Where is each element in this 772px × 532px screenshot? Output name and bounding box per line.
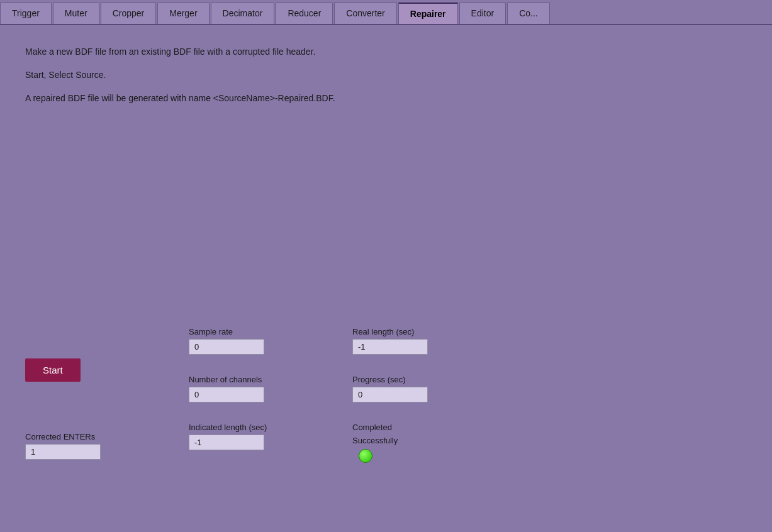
tab-reducer[interactable]: Reducer (276, 3, 333, 24)
tab-repairer[interactable]: Repairer (398, 3, 458, 24)
num-channels-input[interactable] (189, 387, 264, 402)
tab-editor[interactable]: Editor (459, 3, 506, 24)
tab-muter[interactable]: Muter (53, 3, 99, 24)
tab-merger[interactable]: Merger (157, 3, 209, 24)
description-line2: Start, Select Source. (25, 67, 747, 83)
start-button[interactable]: Start (25, 358, 81, 382)
tab-cropper[interactable]: Cropper (101, 3, 157, 24)
description-area: Make a new BDF file from an existing BDF… (25, 44, 747, 107)
tab-trigger[interactable]: Trigger (0, 3, 52, 24)
completed-group: Completed Successfully (352, 423, 491, 463)
tab-bar: Trigger Muter Cropper Merger Decimator R… (0, 0, 772, 25)
completed-line1: Completed (352, 423, 491, 432)
tab-co[interactable]: Co... (507, 3, 550, 24)
completed-line2: Successfully (352, 436, 491, 445)
real-length-group: Real length (sec) (352, 327, 491, 355)
real-length-input[interactable] (352, 339, 428, 355)
description-line1: Make a new BDF file from an existing BDF… (25, 44, 747, 60)
left-column: Start Corrected ENTERs (25, 327, 151, 467)
indicated-length-group: Indicated length (sec) (189, 423, 315, 450)
right-column: Real length (sec) Progress (sec) Complet… (352, 327, 491, 463)
real-length-label: Real length (sec) (352, 327, 491, 336)
sample-rate-group: Sample rate (189, 327, 315, 355)
sample-rate-label: Sample rate (189, 327, 315, 336)
middle-column: Sample rate Number of channels Indicated… (189, 327, 315, 458)
corrected-enters-input[interactable] (25, 444, 101, 460)
sample-rate-input[interactable] (189, 339, 264, 355)
corrected-enters-group: Corrected ENTERs (25, 432, 101, 460)
description-line3: A repaired BDF file will be generated wi… (25, 91, 747, 106)
tab-converter[interactable]: Converter (334, 3, 396, 24)
num-channels-group: Number of channels (189, 375, 315, 402)
indicated-length-input[interactable] (189, 435, 264, 450)
main-content: Make a new BDF file from an existing BDF… (0, 25, 772, 522)
completed-indicator (359, 449, 372, 463)
progress-input[interactable] (352, 387, 428, 402)
progress-group: Progress (sec) (352, 375, 491, 402)
num-channels-label: Number of channels (189, 375, 315, 384)
corrected-enters-label: Corrected ENTERs (25, 432, 101, 441)
progress-label: Progress (sec) (352, 375, 491, 384)
controls-area: Start Corrected ENTERs Sample rate Numbe… (0, 327, 772, 467)
indicated-length-label: Indicated length (sec) (189, 423, 315, 432)
tab-decimator[interactable]: Decimator (211, 3, 275, 24)
